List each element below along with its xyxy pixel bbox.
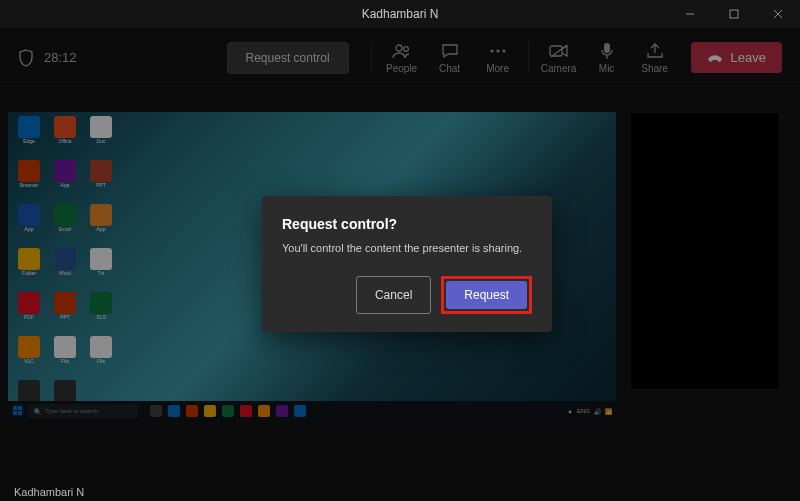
svg-rect-9: [550, 46, 562, 56]
share-button[interactable]: Share: [631, 42, 679, 74]
mic-icon: [600, 42, 614, 60]
chat-icon: [441, 42, 459, 60]
people-icon: [392, 42, 412, 60]
search-icon: 🔍: [34, 408, 41, 415]
participant-video-tile[interactable]: [630, 112, 780, 390]
svg-point-4: [396, 45, 402, 51]
svg-rect-14: [13, 411, 17, 415]
dialog-body: You'll control the content the presenter…: [282, 242, 532, 254]
camera-off-icon: [549, 42, 569, 60]
svg-rect-11: [604, 43, 610, 53]
hangup-icon: [707, 52, 723, 64]
dialog-title: Request control?: [282, 216, 532, 232]
more-button[interactable]: More: [474, 42, 522, 74]
start-icon: [12, 405, 24, 417]
window-close-button[interactable]: [756, 0, 800, 28]
shield-icon: [18, 49, 34, 67]
svg-point-8: [502, 49, 505, 52]
leave-button[interactable]: Leave: [691, 42, 782, 73]
share-tray-icon: [646, 42, 664, 60]
toolbar-separator: [528, 41, 529, 75]
request-control-button[interactable]: Request control: [227, 42, 349, 74]
toolbar-separator: [371, 41, 372, 75]
svg-rect-13: [18, 406, 22, 410]
mic-button[interactable]: Mic: [583, 42, 631, 74]
svg-point-5: [403, 46, 408, 51]
meeting-toolbar: 28:12 Request control People Chat More: [0, 28, 800, 88]
svg-point-6: [490, 49, 493, 52]
window-title: Kadhambari N: [362, 7, 439, 21]
more-icon: [489, 42, 507, 60]
request-confirm-button[interactable]: Request: [446, 281, 527, 309]
svg-rect-15: [18, 411, 22, 415]
highlight-box: Request: [441, 276, 532, 314]
svg-point-7: [496, 49, 499, 52]
taskbar-search: 🔍 Type here to search: [28, 404, 138, 418]
svg-rect-1: [730, 10, 738, 18]
shared-taskbar: 🔍 Type here to search ▲ENG🔊📶: [8, 401, 616, 421]
request-control-dialog: Request control? You'll control the cont…: [262, 196, 552, 332]
camera-button[interactable]: Camera: [535, 42, 583, 74]
window-maximize-button[interactable]: [712, 0, 756, 28]
svg-rect-12: [13, 406, 17, 410]
presenter-name-label: Kadhambari N: [14, 486, 84, 498]
window-minimize-button[interactable]: [668, 0, 712, 28]
chat-button[interactable]: Chat: [426, 42, 474, 74]
cancel-button[interactable]: Cancel: [356, 276, 431, 314]
call-timer: 28:12: [44, 50, 77, 65]
people-button[interactable]: People: [378, 42, 426, 74]
